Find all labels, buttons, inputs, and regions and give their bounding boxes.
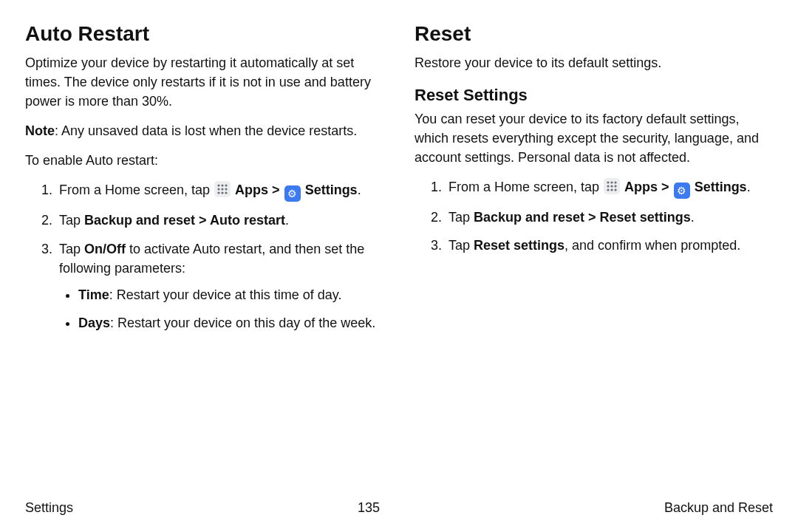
svg-point-12 [607, 185, 609, 188]
svg-point-9 [607, 182, 609, 184]
reset-settings-heading: Reset Settings [415, 86, 773, 105]
svg-point-3 [217, 188, 219, 191]
reset-settings-intro: You can reset your device to its factory… [415, 109, 773, 167]
note-body: : Any unsaved data is lost when the devi… [55, 123, 357, 138]
note-label: Note [25, 123, 55, 138]
step1-post: . [358, 183, 361, 197]
footer-right: Backup and Reset [664, 500, 773, 516]
list-item: Tap Backup and reset > Auto restart. [56, 211, 383, 230]
list-item: Days: Restart your device on this day of… [78, 313, 383, 332]
list-item: Time: Restart your device at this time o… [78, 285, 383, 304]
svg-point-10 [610, 182, 613, 184]
parameters-list: Time: Restart your device at this time o… [59, 285, 383, 332]
step1-pre: From a Home screen, tap [59, 183, 214, 197]
svg-point-6 [217, 192, 219, 194]
step2-bold: Backup and reset > Auto restart [84, 213, 285, 228]
auto-restart-note: Note: Any unsaved data is lost when the … [25, 121, 383, 140]
bullet1-label: Time [78, 287, 109, 302]
svg-point-1 [221, 185, 223, 187]
page-footer: Settings 135 Backup and Reset [25, 500, 773, 516]
svg-point-16 [610, 189, 613, 191]
step2-pre: Tap [59, 213, 84, 228]
settings-icon: ⚙ [674, 183, 690, 199]
apps-label: Apps [235, 183, 268, 197]
reset-intro: Restore your device to its default setti… [415, 53, 773, 72]
enable-line: To enable Auto restart: [25, 151, 383, 170]
r-settings-label: Settings [695, 180, 747, 194]
list-item: From a Home screen, tap Apps > ⚙ Setting… [446, 177, 773, 199]
r-step2-bold: Backup and reset > Reset settings [474, 210, 691, 225]
chevron: > [268, 183, 284, 197]
r-apps-label: Apps [624, 180, 658, 194]
svg-point-4 [221, 188, 223, 191]
page-number: 135 [358, 500, 380, 516]
apps-icon [604, 178, 620, 194]
left-column: Auto Restart Optimize your device by res… [25, 22, 383, 341]
auto-restart-heading: Auto Restart [25, 22, 383, 46]
list-item: Tap Reset settings, and confirm when pro… [446, 236, 773, 255]
reset-heading: Reset [415, 22, 773, 46]
svg-point-11 [614, 182, 616, 184]
svg-point-15 [607, 189, 609, 191]
r-step3-b: Reset settings [474, 238, 565, 253]
step2-post: . [285, 213, 289, 228]
apps-icon [214, 181, 231, 197]
svg-point-8 [225, 192, 227, 194]
list-item: From a Home screen, tap Apps > ⚙ Setting… [56, 180, 383, 202]
svg-point-17 [614, 189, 616, 191]
svg-point-13 [610, 185, 613, 188]
svg-point-7 [221, 192, 223, 194]
auto-restart-intro: Optimize your device by restarting it au… [25, 53, 383, 111]
step3-a: Tap [59, 242, 84, 256]
svg-point-5 [225, 188, 227, 191]
r-step3-a: Tap [449, 238, 474, 253]
bullet2-label: Days [78, 316, 110, 330]
settings-label: Settings [305, 183, 358, 197]
right-column: Reset Restore your device to its default… [415, 22, 773, 341]
footer-left: Settings [25, 500, 73, 516]
auto-restart-steps: From a Home screen, tap Apps > ⚙ Setting… [25, 180, 383, 332]
r-step1-post: . [747, 180, 751, 194]
svg-point-0 [217, 185, 219, 187]
r-step3-c: , and confirm when prompted. [565, 238, 740, 253]
reset-settings-steps: From a Home screen, tap Apps > ⚙ Setting… [415, 177, 773, 255]
r-chevron: > [658, 180, 673, 194]
r-step2-pre: Tap [449, 210, 474, 225]
svg-point-14 [614, 185, 616, 188]
list-item: Tap On/Off to activate Auto restart, and… [56, 239, 383, 332]
bullet1-body: : Restart your device at this time of da… [109, 287, 342, 302]
bullet2-body: : Restart your device on this day of the… [110, 316, 375, 330]
list-item: Tap Backup and reset > Reset settings. [446, 208, 773, 227]
svg-point-2 [225, 185, 227, 187]
r-step2-post: . [691, 210, 695, 225]
r-step1-pre: From a Home screen, tap [449, 180, 603, 194]
step3-b: On/Off [84, 242, 126, 256]
settings-icon: ⚙ [284, 185, 301, 202]
